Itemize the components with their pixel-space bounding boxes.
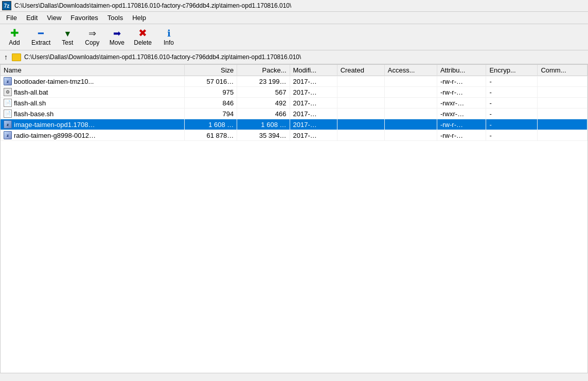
extract-label: Extract bbox=[31, 39, 50, 46]
file-comment bbox=[538, 108, 587, 119]
file-name: bootloader-taimen-tmz10... bbox=[14, 78, 94, 85]
file-packed: 35 394… bbox=[237, 130, 290, 141]
test-button[interactable]: ▼ Test bbox=[56, 28, 79, 48]
file-accessed bbox=[384, 119, 437, 130]
file-packed: 492 bbox=[237, 98, 290, 108]
col-size[interactable]: Size bbox=[185, 65, 237, 76]
file-name-cell: 📄flash-base.sh bbox=[1, 108, 185, 119]
file-name: flash-base.sh bbox=[14, 110, 54, 118]
file-modified: 2017-… bbox=[290, 108, 337, 119]
file-encrypted: - bbox=[486, 130, 538, 141]
info-button[interactable]: ℹ Info bbox=[157, 27, 180, 48]
file-accessed bbox=[384, 98, 437, 108]
table-row[interactable]: zradio-taimen-g8998-0012…61 878…35 394…2… bbox=[1, 130, 587, 141]
file-encrypted: - bbox=[486, 98, 538, 108]
info-icon: ℹ bbox=[167, 29, 171, 38]
sh-icon: 📄 bbox=[4, 110, 12, 118]
file-size: 794 bbox=[185, 108, 237, 119]
col-modified[interactable]: Modifi... bbox=[290, 65, 337, 76]
file-table: Name Size Packe... Modifi... Created Acc… bbox=[1, 65, 587, 141]
col-encrypted[interactable]: Encryp... bbox=[486, 65, 538, 76]
move-icon: ➡ bbox=[113, 29, 121, 38]
file-size: 61 878… bbox=[185, 130, 237, 141]
test-label: Test bbox=[62, 39, 73, 46]
test-icon: ▼ bbox=[63, 30, 72, 38]
address-path: C:\Users\Dallas\Downloads\taimen-opd1.17… bbox=[24, 53, 301, 61]
address-bar: ↑ C:\Users\Dallas\Downloads\taimen-opd1.… bbox=[0, 50, 588, 64]
delete-icon: ✖ bbox=[138, 28, 147, 38]
back-arrow[interactable]: ↑ bbox=[3, 52, 9, 62]
copy-label: Copy bbox=[85, 39, 99, 46]
sh-icon: 📄 bbox=[4, 99, 12, 107]
file-name: flash-all.bat bbox=[14, 88, 48, 96]
folder-icon bbox=[12, 53, 21, 61]
file-created bbox=[337, 76, 384, 87]
add-button[interactable]: ✚ Add bbox=[3, 26, 26, 48]
copy-button[interactable]: ⇒ Copy bbox=[81, 27, 103, 48]
col-attributes[interactable]: Attribu... bbox=[437, 65, 486, 76]
file-name-cell: zimage-taimen-opd1.1708… bbox=[1, 119, 185, 130]
add-icon: ✚ bbox=[10, 28, 19, 38]
title-bar: 7z C:\Users\Dallas\Downloads\taimen-opd1… bbox=[0, 0, 588, 12]
add-label: Add bbox=[9, 39, 20, 46]
file-name: image-taimen-opd1.1708… bbox=[14, 121, 95, 129]
delete-button[interactable]: ✖ Delete bbox=[130, 26, 155, 48]
file-accessed bbox=[384, 108, 437, 119]
file-created bbox=[337, 108, 384, 119]
file-encrypted: - bbox=[486, 108, 538, 119]
table-row[interactable]: ⚙flash-all.bat9755672017-…-rw-r-…- bbox=[1, 87, 587, 98]
file-accessed bbox=[384, 87, 437, 98]
table-row[interactable]: 📄flash-base.sh7944662017-…-rwxr-…- bbox=[1, 108, 587, 119]
menu-tools[interactable]: Tools bbox=[103, 13, 127, 23]
toolbar: ✚ Add ━ Extract ▼ Test ⇒ Copy ➡ Move ✖ D… bbox=[0, 24, 588, 50]
col-comment[interactable]: Comm... bbox=[538, 65, 587, 76]
col-name[interactable]: Name bbox=[1, 65, 185, 76]
table-row[interactable]: zimage-taimen-opd1.1708…1 608 …1 608 …20… bbox=[1, 119, 587, 130]
menu-view[interactable]: View bbox=[43, 13, 65, 23]
file-comment bbox=[538, 87, 587, 98]
table-row[interactable]: 📄flash-all.sh8464922017-…-rwxr-…- bbox=[1, 98, 587, 108]
extract-icon: ━ bbox=[38, 29, 44, 38]
file-size: 57 016… bbox=[185, 76, 237, 87]
file-attributes: -rw-r-… bbox=[437, 130, 486, 141]
file-encrypted: - bbox=[486, 119, 538, 130]
menu-edit[interactable]: Edit bbox=[22, 13, 42, 23]
col-accessed[interactable]: Access... bbox=[384, 65, 437, 76]
info-label: Info bbox=[164, 39, 174, 46]
menu-bar: File Edit View Favorites Tools Help bbox=[0, 12, 588, 24]
extract-button[interactable]: ━ Extract bbox=[28, 27, 54, 48]
file-modified: 2017-… bbox=[290, 98, 337, 108]
menu-favorites[interactable]: Favorites bbox=[66, 13, 102, 23]
move-button[interactable]: ➡ Move bbox=[105, 27, 128, 48]
file-list: Name Size Packe... Modifi... Created Acc… bbox=[0, 64, 588, 373]
file-size: 975 bbox=[185, 87, 237, 98]
bat-icon: ⚙ bbox=[4, 88, 12, 96]
img-zip-icon: z bbox=[4, 120, 12, 129]
col-created[interactable]: Created bbox=[337, 65, 384, 76]
file-packed: 567 bbox=[237, 87, 290, 98]
file-attributes: -rw-r-… bbox=[437, 119, 486, 130]
copy-icon: ⇒ bbox=[88, 29, 96, 38]
file-attributes: -rwxr-… bbox=[437, 98, 486, 108]
file-attributes: -rw-r-… bbox=[437, 76, 486, 87]
delete-label: Delete bbox=[134, 39, 152, 46]
file-name-cell: zbootloader-taimen-tmz10... bbox=[1, 76, 185, 87]
table-row[interactable]: zbootloader-taimen-tmz10...57 016…23 199… bbox=[1, 76, 587, 87]
file-attributes: -rwxr-… bbox=[437, 108, 486, 119]
menu-file[interactable]: File bbox=[2, 13, 21, 23]
file-attributes: -rw-r-… bbox=[437, 87, 486, 98]
title-path: C:\Users\Dallas\Downloads\taimen-opd1.17… bbox=[14, 2, 291, 9]
col-packed[interactable]: Packe... bbox=[237, 65, 290, 76]
file-packed: 1 608 … bbox=[237, 119, 290, 130]
file-name-cell: 📄flash-all.sh bbox=[1, 98, 185, 108]
menu-help[interactable]: Help bbox=[128, 13, 150, 23]
file-packed: 23 199… bbox=[237, 76, 290, 87]
file-modified: 2017-… bbox=[290, 119, 337, 130]
file-packed: 466 bbox=[237, 108, 290, 119]
file-comment bbox=[538, 98, 587, 108]
file-created bbox=[337, 87, 384, 98]
file-created bbox=[337, 119, 384, 130]
file-encrypted: - bbox=[486, 76, 538, 87]
file-name: radio-taimen-g8998-0012… bbox=[14, 132, 96, 139]
move-label: Move bbox=[110, 39, 124, 46]
